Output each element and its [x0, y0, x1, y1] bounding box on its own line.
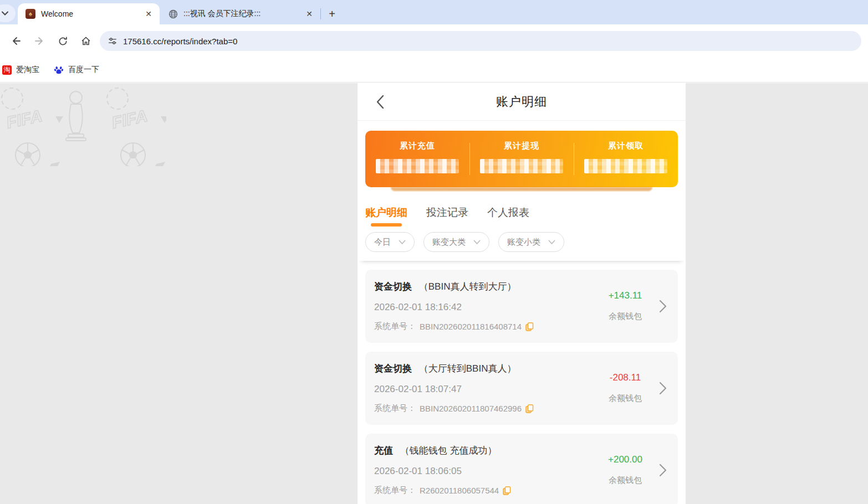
transaction-amount: -208.11	[595, 372, 656, 383]
browser-tab-records[interactable]: :::视讯 会员下注纪录::: ✕	[160, 3, 320, 24]
page-content: FIFA 账户明细 累计充值	[0, 83, 868, 504]
chevron-down-icon	[1, 9, 9, 17]
forward-arrow-icon	[34, 35, 45, 47]
order-number: R2602011806057544	[420, 486, 499, 495]
transaction-type: 资金切换	[374, 281, 412, 292]
chevron-down-icon	[548, 240, 555, 245]
stat-total-deposit: 累计充值	[365, 131, 469, 187]
transaction-datetime: 2026-02-01 18:06:05	[374, 466, 595, 477]
transaction-info: 资金切换 （大厅转到BBIN真人） 2026-02-01 18:07:47 系统…	[374, 362, 595, 414]
back-chevron-button[interactable]	[372, 94, 389, 110]
transaction-amount: +143.11	[595, 290, 656, 301]
home-icon	[80, 35, 91, 47]
wallet-label: 余额钱包	[595, 475, 656, 486]
tab-account-detail[interactable]: 账户明细	[365, 205, 407, 229]
globe-icon	[169, 9, 178, 19]
page-title: 账户明细	[496, 94, 547, 110]
url-bar[interactable]: 175616.cc/reports/index?tab=0	[100, 31, 861, 51]
refresh-icon	[58, 36, 68, 47]
transaction-row[interactable]: 充值 （钱能钱包 充值成功） 2026-02-01 18:06:05 系统单号：…	[365, 434, 678, 504]
order-number: BBIN202602011807462996	[420, 404, 522, 413]
forward-button[interactable]	[30, 32, 49, 50]
transaction-datetime: 2026-02-01 18:07:47	[374, 384, 595, 395]
stat-divider	[574, 143, 574, 175]
stat-total-withdraw: 累计提现	[469, 131, 574, 187]
spade-icon: ♠	[25, 9, 35, 19]
copy-icon[interactable]	[525, 322, 534, 331]
browser-toolbar: 175616.cc/reports/index?tab=0	[0, 24, 868, 58]
transaction-desc: （钱能钱包 充值成功）	[400, 445, 497, 456]
tab-separator	[320, 8, 321, 19]
bookmark-baidu[interactable]: 百度一下	[54, 65, 99, 75]
bookmark-aitaobao[interactable]: 淘 爱淘宝	[2, 65, 39, 75]
close-icon[interactable]: ✕	[143, 8, 154, 19]
back-arrow-icon	[11, 35, 22, 47]
new-tab-button[interactable]: +	[324, 6, 340, 22]
tab-label: 投注记录	[426, 207, 468, 218]
filter-label: 今日	[374, 237, 391, 248]
browser-tab-welcome[interactable]: ♠ Welcome ✕	[18, 3, 160, 24]
page-header: 账户明细	[358, 83, 686, 121]
transaction-row[interactable]: 资金切换 （BBIN真人转到大厅） 2026-02-01 18:16:42 系统…	[365, 270, 678, 343]
bookmark-label: 百度一下	[68, 65, 99, 75]
transaction-amount: +200.00	[595, 454, 656, 465]
baidu-paw-icon	[54, 65, 64, 75]
order-number: BBIN202602011816408714	[420, 322, 522, 331]
transaction-amount-block: -208.11 余额钱包	[595, 372, 656, 404]
transaction-row[interactable]: 资金切换 （大厅转到BBIN真人） 2026-02-01 18:07:47 系统…	[365, 352, 678, 425]
bookmark-label: 爱淘宝	[16, 65, 39, 75]
order-label: 系统单号：	[374, 321, 416, 332]
transaction-type: 资金切换	[374, 363, 412, 374]
tab-search-button[interactable]	[0, 4, 16, 22]
copy-icon[interactable]	[503, 486, 511, 495]
bookmarks-bar: 淘 爱淘宝 百度一下	[0, 58, 868, 83]
filter-minor-type-dropdown[interactable]: 账变小类	[498, 232, 564, 252]
masked-value	[480, 159, 563, 173]
refresh-button[interactable]	[53, 32, 72, 50]
filter-bar: 今日 账变大类 账变小类	[358, 229, 686, 261]
chevron-right-icon	[657, 382, 669, 395]
tab-label: 个人报表	[487, 207, 529, 218]
wallet-label: 余额钱包	[595, 393, 656, 404]
filter-major-type-dropdown[interactable]: 账变大类	[423, 232, 489, 252]
chevron-down-icon	[399, 240, 406, 245]
url-text[interactable]: 175616.cc/reports/index?tab=0	[123, 37, 237, 46]
filter-label: 账变小类	[507, 237, 540, 248]
section-tabs: 账户明细 投注记录 个人报表	[358, 191, 686, 229]
stat-label: 累计充值	[400, 141, 435, 151]
tab-label: 账户明细	[365, 207, 407, 218]
stat-total-claimed: 累计领取	[574, 131, 678, 187]
transaction-desc: （大厅转到BBIN真人）	[419, 363, 517, 374]
tab-title: :::视讯 会员下注纪录:::	[183, 9, 298, 19]
card-shadow	[391, 187, 652, 191]
transaction-datetime: 2026-02-01 18:16:42	[374, 302, 595, 313]
back-button[interactable]	[7, 32, 25, 50]
transaction-list: 资金切换 （BBIN真人转到大厅） 2026-02-01 18:16:42 系统…	[358, 261, 686, 504]
chevron-down-icon	[473, 240, 481, 245]
stat-label: 累计提现	[504, 141, 539, 151]
home-button[interactable]	[76, 32, 95, 50]
transaction-amount-block: +200.00 余额钱包	[595, 454, 656, 486]
stat-label: 累计领取	[608, 141, 644, 151]
tab-title: Welcome	[41, 9, 137, 18]
browser-tab-strip: ♠ Welcome ✕ :::视讯 会员下注纪录::: ✕ +	[0, 0, 868, 24]
chevron-right-icon	[657, 464, 669, 477]
chevron-left-icon	[376, 95, 385, 109]
filter-date-dropdown[interactable]: 今日	[365, 232, 415, 252]
taobao-icon: 淘	[2, 65, 12, 75]
filter-label: 账变大类	[432, 237, 466, 248]
wallet-label: 余额钱包	[595, 311, 656, 322]
close-icon[interactable]: ✕	[304, 8, 315, 19]
masked-value	[584, 159, 667, 173]
tab-bet-records[interactable]: 投注记录	[426, 205, 468, 229]
copy-icon[interactable]	[525, 404, 534, 413]
transaction-desc: （BBIN真人转到大厅）	[419, 281, 517, 292]
transaction-type: 充值	[374, 445, 393, 456]
transaction-info: 充值 （钱能钱包 充值成功） 2026-02-01 18:06:05 系统单号：…	[374, 444, 595, 496]
fifa-background-pattern: FIFA	[0, 83, 166, 166]
order-label: 系统单号：	[374, 403, 416, 414]
site-settings-tune-icon	[108, 36, 118, 46]
chevron-right-icon	[657, 300, 669, 313]
tab-personal-report[interactable]: 个人报表	[487, 205, 529, 229]
order-label: 系统单号：	[374, 485, 416, 496]
